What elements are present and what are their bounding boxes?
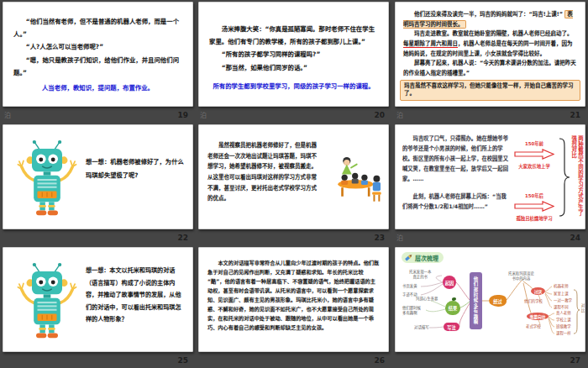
page-number: 21 <box>570 111 580 119</box>
cell-22: 想一想：机器老师被修好了，为什么玛琪却失望极了呢? 22 <box>0 123 196 245</box>
dialogue-line: “他们当然有老师，但不是普通的机器人老师，而是一个人。” <box>13 15 182 40</box>
mindmap-leaf: 老式学校 <box>526 324 541 329</box>
page-number: 22 <box>177 234 188 242</box>
summary-callout: 玛吉虽然不喜欢这样学习，但她只能像往常一样，开始自己痛苦的学习了。 <box>400 80 580 102</box>
summary-text: 所有的学生都到学校里学习，同级的孩子学习一样的课程。 <box>209 81 378 90</box>
text-with-underline: 玛吉走进教室。教室就在她卧室的隔壁，机器人老师已经启动了。每星期除了周六和周日，… <box>403 29 577 59</box>
slide-thumbnail-26[interactable]: 本文的对话描写非常符合从儿童向少年过渡时期的孩子的特点。他们既急于对自己的见闻作… <box>198 247 389 352</box>
analysis-paragraph: 虽然视察员把机器老师修好了，但是机器老师还会一次次地出试题让玛琪答题，玛琪不想学… <box>207 140 317 204</box>
mindmap-leaf: 他们的学校 <box>524 299 543 304</box>
page-number: 20 <box>374 111 385 119</box>
cell-23: 虽然视察员把机器老师修好了，但是机器老师还会一次次地出试题让玛琪答题，玛琪不想学… <box>196 123 392 245</box>
classroom-illustration <box>330 155 386 204</box>
cell-26: 本文的对话描写非常符合从儿童向少年过渡时期的孩子的特点。他们既急于对自己的见闻作… <box>196 245 392 368</box>
mindmap-node-result: 结果 <box>445 301 460 315</box>
mindmap-center-title: 他们那时候多有趣啊 <box>470 272 482 329</box>
page-number: 26 <box>374 356 385 365</box>
mindmap-leaf: 课程不同 <box>554 305 569 310</box>
dialogue-line: 汤米捧腹大笑：“你真是孤陋寡闻。那时老师不住在学生家里。他们有专门的教学楼，所有… <box>209 23 378 48</box>
text-with-note: 他们还没来得及读完一半，玛吉的妈妈就叫了：“玛吉!上课!” 表明玛吉学习的时间很… <box>403 10 577 29</box>
cell-27: 层次梳理 托米发现一本真正的书 书页发黄 字迹不动 玛琪心生羡慕 他们那时候多有… <box>392 245 588 368</box>
analysis-paragraph: 本文的对话描写非常符合从儿童向少年过渡时期的孩子的特点。他们既急于对自己的见闻作… <box>207 258 380 332</box>
dialogue-line: “所有的孩子都学习同样的课程吗?” <box>209 48 378 60</box>
watermark: 泊 <box>396 233 403 242</box>
body-text: 玛吉叹了口气，只得照办。她在想她爷爷的爷爷还是个小男孩的时候，他们所上的学校。街… <box>402 134 512 219</box>
robot-illustration <box>17 137 77 221</box>
cell-20: 汤米捧腹大笑：“你真是孤陋寡闻。那时老师不住在学生家里。他们有专门的教学楼，所有… <box>196 0 392 123</box>
mindmap-leaf: 托米发现一本真正的书 <box>409 270 431 280</box>
slide-thumbnail-22[interactable]: 想一想：机器老师被修好了，为什么玛琪却失望极了呢? <box>3 124 193 229</box>
mindmap-node-process: 经过 <box>489 295 507 307</box>
section-badge: 层次梳理 <box>402 252 444 263</box>
mindmap-contrast-label: 对比 <box>580 303 585 313</box>
cell-21: 他们还没来得及读完一半，玛吉的妈妈就叫了：“玛吉!上课!” 表明玛吉学习的时间很… <box>392 0 588 123</box>
mindmap-leaf: 字迹不动 <box>402 292 417 297</box>
slide-thumbnail-20[interactable]: 汤米捧腹大笑：“你真是孤陋寡闻。那时老师不住在学生家里。他们有专门的教学楼，所有… <box>198 2 389 107</box>
mindmap-leaf: 对话描写 <box>414 325 429 330</box>
page-number: 24 <box>570 234 580 242</box>
mindmap-leaf: 托米和玛琪谈论书中的内容 <box>508 271 534 281</box>
robot-illustration <box>17 260 77 344</box>
cell-25: 想一想：本文以托米和玛琪的对话（语言描写）构成了小说的主体内容，并推动了故事情节… <box>0 245 196 368</box>
mindmap-leaf: 机器老师 <box>554 284 569 289</box>
mindmap-leaf: 他们那时候多有趣啊 <box>402 306 421 316</box>
mindmap-node-method: 写法 <box>444 323 459 331</box>
watermark: 泊 <box>4 110 11 119</box>
cell-24: 玛吉叹了口气，只得照办。她在想她爷爷的爷爷还是个小男孩的时候，他们所上的学校。街… <box>392 123 588 245</box>
mindmap-leaf: 一对一教学 <box>554 298 572 303</box>
right-arrow-icon <box>514 201 554 212</box>
page-number: 25 <box>177 356 188 365</box>
mindmap-leaf: 书页发黄 <box>402 284 417 289</box>
cell-19: “他们当然有老师，但不是普通的机器人老师，而是一个人。” “人?人怎么可以当老师… <box>0 0 196 123</box>
dialogue-line: “人?人怎么可以当老师呢?” <box>13 40 182 53</box>
mindmap-node-envy: 羡慕向往 <box>527 313 549 320</box>
watermark: 泊 <box>200 110 207 119</box>
annotation-arrow-before: 150年前 大家欢乐地上学 <box>510 140 559 170</box>
annotation-arrow-after: 150年后 孤独且枯燥地学习 <box>510 192 559 222</box>
page-number: 19 <box>177 111 188 119</box>
slide-thumbnail-24[interactable]: 玛吉叹了口气，只得照办。她在想她爷爷的爷爷还是个小男孩的时候，他们所上的学校。街… <box>395 124 585 229</box>
slide-thumbnail-25[interactable]: 想一想：本文以托米和玛琪的对话（语言描写）构成了小说的主体内容，并推动了故事情节… <box>3 247 193 352</box>
mindmap-leaf: 玛琪心生羡慕 <box>416 297 438 302</box>
summary-text: 人当老师，教知识，提问题，布置作业。 <box>13 82 182 92</box>
question-text: 想一想：机器老师被修好了，为什么玛琪却失望极了呢? <box>86 155 186 181</box>
dialogue-line: “那当然，如果他们同岁的话。” <box>209 61 378 74</box>
page-number: 27 <box>570 356 580 365</box>
page-number: 23 <box>374 234 385 242</box>
slide-thumbnail-23[interactable]: 虽然视察员把机器老师修好了，但是机器老师还会一次次地出试题让玛琪答题，玛琪不想学… <box>198 124 389 229</box>
mindmap-leaf: 真人老师 <box>556 311 571 316</box>
pencil-icon <box>404 253 413 262</box>
mindmap-node-cause: 起因 <box>443 276 456 289</box>
right-arrow-icon <box>514 149 554 160</box>
slide-sorter-grid: “他们当然有老师，但不是普通的机器人老师，而是一个人。” “人?人怎么可以当老师… <box>0 0 588 368</box>
slide-thumbnail-27[interactable]: 层次梳理 托米发现一本真正的书 书页发黄 字迹不动 玛琪心生羡慕 他们那时候多有… <box>395 247 585 352</box>
vertical-annotation: 两种截然不同的学习方式产生了强烈对比 <box>570 135 583 221</box>
dialogue-line: 屏幕亮了起来，机器人说：“今天的算术课讲分数的加法。请把昨天的作业插入指定的插槽… <box>403 59 577 78</box>
mindmap-leaf: 学校上课 <box>556 318 571 323</box>
slide-thumbnail-19[interactable]: “他们当然有老师，但不是普通的机器人老师，而是一个人。” “人?人怎么可以当老师… <box>3 2 193 107</box>
mindmap-node-dislike: 讨厌 <box>531 287 545 295</box>
mindmap-leaf: 家里上课 <box>554 292 569 297</box>
mindmap-leaf: 课程一样 <box>556 331 571 336</box>
mindmap-leaf: 班级教学 <box>556 324 571 329</box>
watermark: 泊 <box>396 110 403 119</box>
dialogue-line: “嗯，她只是教孩子们知识，给他们作业，并且问他们问题。” <box>13 54 182 79</box>
question-text: 想一想：本文以托米和玛琪的对话（语言描写）构成了小说的主体内容，并推动了故事情节… <box>86 265 186 326</box>
underlined-phrase: 每星期除了周六和周日 <box>403 40 458 48</box>
slide-thumbnail-21[interactable]: 他们还没来得及读完一半，玛吉的妈妈就叫了：“玛吉!上课!” 表明玛吉学习的时间很… <box>395 2 585 107</box>
